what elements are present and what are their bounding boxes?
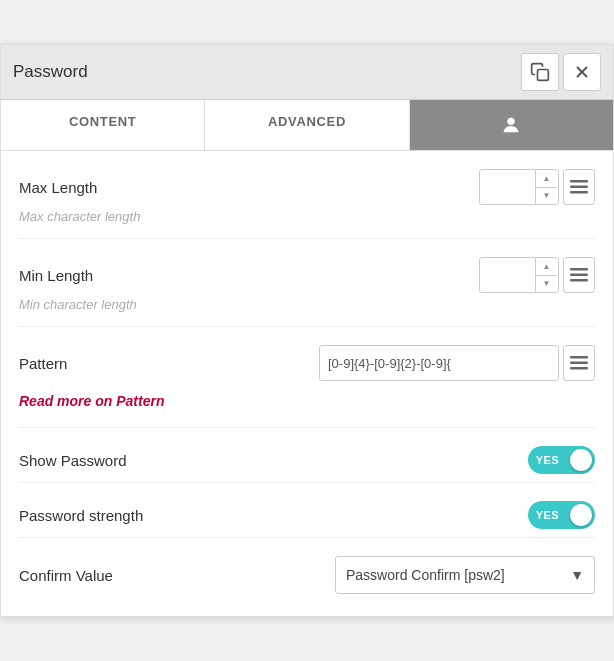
close-button[interactable] (563, 53, 601, 91)
min-length-row: Min Length ▲ ▼ (19, 239, 595, 297)
confirm-value-arrow-icon: ▼ (570, 567, 584, 583)
svg-rect-7 (570, 268, 588, 271)
password-strength-label: Password strength (19, 507, 143, 524)
min-length-decrement[interactable]: ▼ (536, 276, 557, 293)
max-length-stack-button[interactable] (563, 169, 595, 205)
copy-icon (530, 62, 550, 82)
password-strength-toggle-switch[interactable] (567, 501, 595, 529)
tab-icon[interactable] (410, 100, 613, 150)
max-length-input-wrapper: ▲ ▼ (479, 169, 559, 205)
copy-button[interactable] (521, 53, 559, 91)
pattern-row: Pattern (19, 327, 595, 385)
panel-header: Password (1, 45, 613, 100)
password-panel: Password CONTENT ADVANCED (0, 44, 614, 617)
confirm-value-label: Confirm Value (19, 567, 113, 584)
svg-rect-6 (570, 191, 588, 194)
svg-rect-12 (570, 367, 588, 370)
svg-rect-11 (570, 362, 588, 365)
show-password-knob (570, 449, 592, 471)
show-password-label: Show Password (19, 452, 127, 469)
password-strength-toggle[interactable]: YES (528, 501, 595, 529)
tab-content[interactable]: CONTENT (1, 100, 205, 150)
max-length-decrement[interactable]: ▼ (536, 188, 557, 205)
tab-bar: CONTENT ADVANCED (1, 100, 613, 151)
show-password-toggle-label: YES (528, 446, 567, 474)
pattern-stack-button[interactable] (563, 345, 595, 381)
password-strength-knob (570, 504, 592, 526)
header-actions (521, 53, 601, 91)
max-length-increment[interactable]: ▲ (536, 170, 557, 188)
max-length-hint: Max character length (19, 209, 595, 234)
pattern-read-more-link[interactable]: Read more on Pattern (19, 385, 164, 423)
pattern-control (319, 345, 595, 381)
confirm-value-row: Confirm Value Password Confirm [psw2] ▼ (19, 538, 595, 598)
min-length-stack-button[interactable] (563, 257, 595, 293)
tab-advanced[interactable]: ADVANCED (205, 100, 409, 150)
stack-icon-3 (570, 356, 588, 370)
user-icon (500, 114, 522, 136)
show-password-toggle[interactable]: YES (528, 446, 595, 474)
min-length-input[interactable] (480, 258, 535, 292)
max-length-spinners: ▲ ▼ (535, 170, 557, 204)
svg-rect-9 (570, 279, 588, 282)
svg-rect-8 (570, 274, 588, 277)
svg-point-3 (508, 118, 515, 125)
confirm-value-dropdown[interactable]: Password Confirm [psw2] ▼ (335, 556, 595, 594)
min-length-spinners: ▲ ▼ (535, 258, 557, 292)
svg-rect-4 (570, 180, 588, 183)
max-length-control: ▲ ▼ (479, 169, 595, 205)
password-strength-row: Password strength YES (19, 483, 595, 533)
min-length-control: ▲ ▼ (479, 257, 595, 293)
max-length-row: Max Length ▲ ▼ (19, 151, 595, 209)
show-password-row: Show Password YES (19, 428, 595, 478)
min-length-increment[interactable]: ▲ (536, 258, 557, 276)
min-length-input-wrapper: ▲ ▼ (479, 257, 559, 293)
svg-rect-10 (570, 356, 588, 359)
min-length-hint: Min character length (19, 297, 595, 322)
stack-icon-2 (570, 268, 588, 282)
pattern-input[interactable] (319, 345, 559, 381)
svg-rect-5 (570, 186, 588, 189)
panel-content: Max Length ▲ ▼ Max char (1, 151, 613, 616)
panel-title: Password (13, 62, 88, 82)
pattern-label: Pattern (19, 355, 67, 372)
max-length-label: Max Length (19, 179, 97, 196)
show-password-toggle-switch[interactable] (567, 446, 595, 474)
min-length-label: Min Length (19, 267, 93, 284)
password-strength-toggle-label: YES (528, 501, 567, 529)
confirm-value-selected: Password Confirm [psw2] (346, 567, 505, 583)
max-length-input[interactable] (480, 170, 535, 204)
close-icon (573, 63, 591, 81)
svg-rect-0 (538, 70, 549, 81)
stack-icon (570, 180, 588, 194)
